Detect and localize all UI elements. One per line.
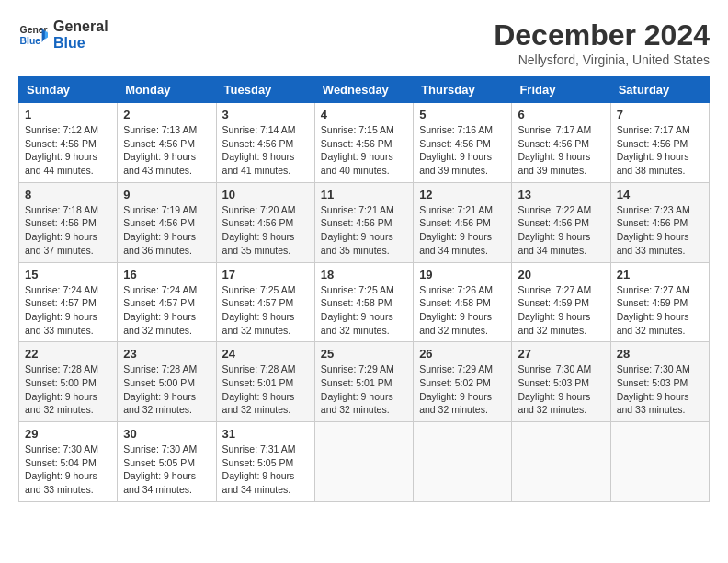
day-detail: Sunrise: 7:21 AMSunset: 4:56 PMDaylight:… bbox=[419, 204, 493, 256]
header-row: SundayMondayTuesdayWednesdayThursdayFrid… bbox=[19, 77, 710, 103]
logo-icon: General Blue bbox=[18, 20, 48, 50]
day-number: 21 bbox=[617, 268, 703, 282]
day-cell: 31Sunrise: 7:31 AMSunset: 5:05 PMDayligh… bbox=[216, 422, 314, 502]
day-number: 2 bbox=[123, 108, 210, 121]
main-title: December 2024 bbox=[494, 18, 710, 52]
day-cell: 29Sunrise: 7:30 AMSunset: 5:04 PMDayligh… bbox=[19, 422, 118, 502]
day-cell: 18Sunrise: 7:25 AMSunset: 4:58 PMDayligh… bbox=[314, 262, 413, 342]
day-cell: 7Sunrise: 7:17 AMSunset: 4:56 PMDaylight… bbox=[610, 103, 709, 183]
day-cell: 3Sunrise: 7:14 AMSunset: 4:56 PMDaylight… bbox=[216, 103, 314, 183]
day-detail: Sunrise: 7:30 AMSunset: 5:03 PMDaylight:… bbox=[518, 363, 591, 415]
day-number: 9 bbox=[123, 188, 210, 201]
day-number: 20 bbox=[518, 268, 604, 282]
day-detail: Sunrise: 7:25 AMSunset: 4:58 PMDaylight:… bbox=[321, 284, 394, 336]
title-area: December 2024 Nellysford, Virginia, Unit… bbox=[494, 18, 710, 67]
day-number: 28 bbox=[617, 347, 703, 361]
subtitle: Nellysford, Virginia, United States bbox=[494, 52, 710, 67]
day-cell: 15Sunrise: 7:24 AMSunset: 4:57 PMDayligh… bbox=[19, 262, 118, 342]
day-number: 18 bbox=[321, 268, 407, 282]
week-row-2: 8Sunrise: 7:18 AMSunset: 4:56 PMDaylight… bbox=[19, 182, 710, 262]
day-number: 31 bbox=[222, 427, 309, 441]
day-detail: Sunrise: 7:17 AMSunset: 4:56 PMDaylight:… bbox=[518, 124, 591, 176]
day-cell: 27Sunrise: 7:30 AMSunset: 5:03 PMDayligh… bbox=[512, 342, 610, 422]
day-cell: 2Sunrise: 7:13 AMSunset: 4:56 PMDaylight… bbox=[118, 103, 216, 183]
header-cell-friday: Friday bbox=[512, 77, 610, 103]
day-detail: Sunrise: 7:28 AMSunset: 5:00 PMDaylight:… bbox=[123, 363, 197, 415]
day-number: 23 bbox=[123, 347, 210, 361]
day-cell bbox=[512, 422, 610, 502]
day-cell: 25Sunrise: 7:29 AMSunset: 5:01 PMDayligh… bbox=[314, 342, 413, 422]
week-row-1: 1Sunrise: 7:12 AMSunset: 4:56 PMDaylight… bbox=[19, 103, 710, 183]
day-cell: 8Sunrise: 7:18 AMSunset: 4:56 PMDaylight… bbox=[19, 182, 118, 262]
day-detail: Sunrise: 7:22 AMSunset: 4:56 PMDaylight:… bbox=[518, 204, 591, 256]
day-number: 15 bbox=[25, 268, 111, 282]
day-cell: 10Sunrise: 7:20 AMSunset: 4:56 PMDayligh… bbox=[216, 182, 314, 262]
day-cell: 24Sunrise: 7:28 AMSunset: 5:01 PMDayligh… bbox=[216, 342, 314, 422]
day-detail: Sunrise: 7:29 AMSunset: 5:02 PMDaylight:… bbox=[419, 363, 493, 415]
day-cell: 14Sunrise: 7:23 AMSunset: 4:56 PMDayligh… bbox=[610, 182, 709, 262]
day-detail: Sunrise: 7:25 AMSunset: 4:57 PMDaylight:… bbox=[222, 284, 296, 336]
day-detail: Sunrise: 7:27 AMSunset: 4:59 PMDaylight:… bbox=[518, 284, 591, 336]
day-detail: Sunrise: 7:26 AMSunset: 4:58 PMDaylight:… bbox=[419, 284, 493, 336]
day-number: 12 bbox=[419, 188, 506, 201]
day-detail: Sunrise: 7:12 AMSunset: 4:56 PMDaylight:… bbox=[25, 124, 98, 176]
day-detail: Sunrise: 7:14 AMSunset: 4:56 PMDaylight:… bbox=[222, 124, 296, 176]
day-detail: Sunrise: 7:20 AMSunset: 4:56 PMDaylight:… bbox=[222, 204, 296, 256]
header-cell-thursday: Thursday bbox=[414, 77, 512, 103]
calendar-header: SundayMondayTuesdayWednesdayThursdayFrid… bbox=[19, 77, 710, 103]
day-cell: 19Sunrise: 7:26 AMSunset: 4:58 PMDayligh… bbox=[414, 262, 512, 342]
day-detail: Sunrise: 7:27 AMSunset: 4:59 PMDaylight:… bbox=[617, 284, 690, 336]
header: General Blue General Blue December 2024 … bbox=[18, 18, 710, 67]
week-row-4: 22Sunrise: 7:28 AMSunset: 5:00 PMDayligh… bbox=[19, 342, 710, 422]
day-number: 3 bbox=[222, 108, 309, 121]
logo: General Blue General Blue bbox=[18, 18, 108, 51]
calendar-table: SundayMondayTuesdayWednesdayThursdayFrid… bbox=[18, 76, 710, 502]
day-cell bbox=[314, 422, 413, 502]
day-number: 5 bbox=[419, 108, 506, 121]
header-cell-tuesday: Tuesday bbox=[216, 77, 314, 103]
day-cell: 5Sunrise: 7:16 AMSunset: 4:56 PMDaylight… bbox=[414, 103, 512, 183]
day-cell: 22Sunrise: 7:28 AMSunset: 5:00 PMDayligh… bbox=[19, 342, 118, 422]
day-cell: 30Sunrise: 7:30 AMSunset: 5:05 PMDayligh… bbox=[118, 422, 216, 502]
day-cell: 1Sunrise: 7:12 AMSunset: 4:56 PMDaylight… bbox=[19, 103, 118, 183]
day-number: 14 bbox=[617, 188, 703, 201]
day-number: 24 bbox=[222, 347, 309, 361]
day-detail: Sunrise: 7:30 AMSunset: 5:03 PMDaylight:… bbox=[617, 363, 690, 415]
day-detail: Sunrise: 7:13 AMSunset: 4:56 PMDaylight:… bbox=[123, 124, 197, 176]
week-row-5: 29Sunrise: 7:30 AMSunset: 5:04 PMDayligh… bbox=[19, 422, 710, 502]
day-number: 13 bbox=[518, 188, 604, 201]
day-number: 27 bbox=[518, 347, 604, 361]
day-number: 10 bbox=[222, 188, 309, 201]
day-number: 25 bbox=[321, 347, 407, 361]
day-cell: 23Sunrise: 7:28 AMSunset: 5:00 PMDayligh… bbox=[118, 342, 216, 422]
day-cell: 21Sunrise: 7:27 AMSunset: 4:59 PMDayligh… bbox=[610, 262, 709, 342]
day-cell bbox=[610, 422, 709, 502]
header-cell-monday: Monday bbox=[118, 77, 216, 103]
day-number: 26 bbox=[419, 347, 506, 361]
day-detail: Sunrise: 7:29 AMSunset: 5:01 PMDaylight:… bbox=[321, 363, 394, 415]
svg-text:Blue: Blue bbox=[20, 35, 41, 45]
logo-blue: Blue bbox=[53, 35, 108, 52]
day-cell: 11Sunrise: 7:21 AMSunset: 4:56 PMDayligh… bbox=[314, 182, 413, 262]
day-detail: Sunrise: 7:30 AMSunset: 5:04 PMDaylight:… bbox=[25, 443, 98, 495]
day-detail: Sunrise: 7:30 AMSunset: 5:05 PMDaylight:… bbox=[123, 443, 197, 495]
day-cell: 12Sunrise: 7:21 AMSunset: 4:56 PMDayligh… bbox=[414, 182, 512, 262]
day-number: 6 bbox=[518, 108, 604, 121]
day-number: 22 bbox=[25, 347, 111, 361]
header-cell-sunday: Sunday bbox=[19, 77, 118, 103]
day-detail: Sunrise: 7:28 AMSunset: 5:00 PMDaylight:… bbox=[25, 363, 98, 415]
day-detail: Sunrise: 7:18 AMSunset: 4:56 PMDaylight:… bbox=[25, 204, 98, 256]
logo-general: General bbox=[53, 18, 108, 35]
day-detail: Sunrise: 7:28 AMSunset: 5:01 PMDaylight:… bbox=[222, 363, 296, 415]
day-cell: 9Sunrise: 7:19 AMSunset: 4:56 PMDaylight… bbox=[118, 182, 216, 262]
day-number: 30 bbox=[123, 427, 210, 441]
day-detail: Sunrise: 7:17 AMSunset: 4:56 PMDaylight:… bbox=[617, 124, 690, 176]
day-number: 19 bbox=[419, 268, 506, 282]
week-row-3: 15Sunrise: 7:24 AMSunset: 4:57 PMDayligh… bbox=[19, 262, 710, 342]
day-detail: Sunrise: 7:21 AMSunset: 4:56 PMDaylight:… bbox=[321, 204, 394, 256]
day-number: 16 bbox=[123, 268, 210, 282]
day-number: 11 bbox=[321, 188, 407, 201]
day-cell: 17Sunrise: 7:25 AMSunset: 4:57 PMDayligh… bbox=[216, 262, 314, 342]
day-detail: Sunrise: 7:31 AMSunset: 5:05 PMDaylight:… bbox=[222, 443, 296, 495]
day-detail: Sunrise: 7:19 AMSunset: 4:56 PMDaylight:… bbox=[123, 204, 197, 256]
